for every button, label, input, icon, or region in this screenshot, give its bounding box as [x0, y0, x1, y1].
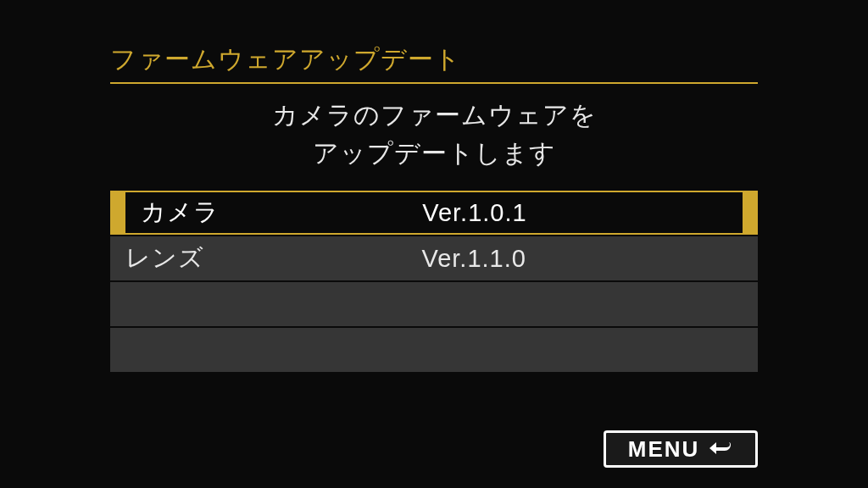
page-title: ファームウェアアップデート	[110, 42, 758, 84]
row-value: Ver.1.0.1	[422, 199, 727, 227]
row-label: カメラ	[141, 196, 422, 230]
list-item-lens[interactable]: レンズ Ver.1.1.0	[110, 236, 758, 280]
back-icon	[708, 439, 733, 459]
firmware-list: カメラ Ver.1.0.1 レンズ Ver.1.1.0	[110, 191, 758, 372]
list-item-empty	[110, 328, 758, 372]
list-item-camera[interactable]: カメラ Ver.1.0.1	[110, 191, 758, 235]
list-item-empty	[110, 282, 758, 326]
row-label: レンズ	[125, 241, 421, 275]
subtitle-line-2: アップデートします	[110, 134, 758, 172]
page-subtitle: カメラのファームウェアを アップデートします	[110, 96, 758, 172]
menu-label: MENU	[628, 436, 700, 463]
row-value: Ver.1.1.0	[421, 245, 743, 273]
menu-back-button[interactable]: MENU	[604, 430, 758, 468]
subtitle-line-1: カメラのファームウェアを	[110, 96, 758, 134]
